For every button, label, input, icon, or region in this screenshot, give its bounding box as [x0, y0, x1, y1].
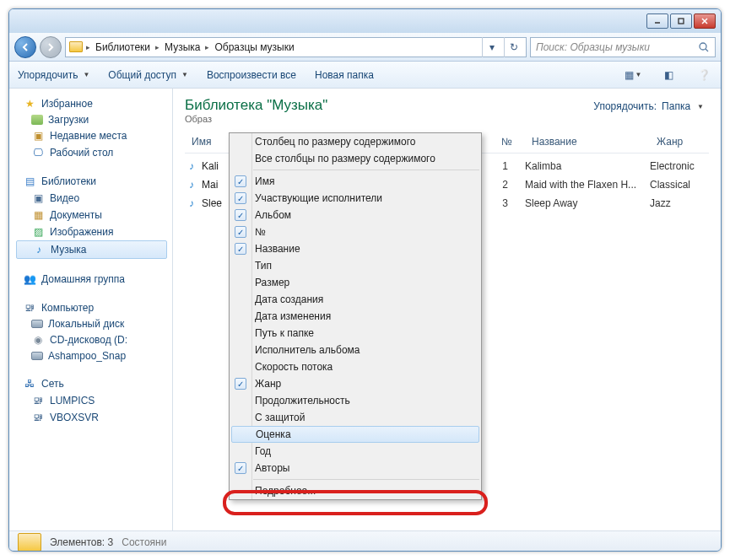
ctx-item-label: Скорость потока — [255, 361, 333, 373]
check-icon: ✓ — [235, 175, 246, 187]
status-state: Состояни — [122, 536, 166, 548]
check-icon: ✓ — [235, 378, 246, 390]
svg-rect-1 — [679, 19, 684, 24]
organize-menu[interactable]: Упорядочить▼ — [18, 69, 89, 81]
sidebar-network[interactable]: 🖧Сеть — [16, 375, 172, 392]
ctx-column-3[interactable]: ✓№ — [230, 223, 481, 240]
sidebar-ashampoo[interactable]: Ashampoo_Snap — [16, 348, 172, 363]
cd-icon: ◉ — [31, 333, 45, 347]
col-title[interactable]: Название — [525, 134, 650, 149]
ctx-column-12[interactable]: ✓Жанр — [230, 375, 481, 392]
sidebar-net-lumpics[interactable]: 🖳LUMPICS — [16, 392, 172, 409]
svg-line-5 — [706, 49, 708, 51]
ctx-column-4[interactable]: ✓Название — [230, 240, 481, 257]
sidebar-favorites[interactable]: ★Избранное — [16, 95, 172, 112]
sort-label: Упорядочить: — [593, 100, 657, 112]
ctx-column-15[interactable]: Оценка — [231, 426, 479, 443]
breadcrumb-music[interactable]: Музыка — [163, 41, 202, 53]
check-icon: ✓ — [235, 209, 246, 221]
share-menu[interactable]: Общий доступ▼ — [108, 69, 188, 81]
view-button[interactable]: ▦▼ — [625, 67, 641, 83]
ctx-item-label: Продолжительность — [255, 395, 350, 407]
track-genre: Classical — [650, 179, 709, 191]
music-icon: ♪ — [32, 243, 46, 256]
ctx-column-2[interactable]: ✓Альбом — [230, 207, 481, 223]
folder-icon — [69, 41, 83, 52]
chevron-icon: ▸ — [155, 43, 160, 51]
sidebar-pictures[interactable]: ▨Изображения — [16, 223, 172, 240]
sidebar: ★Избранное Загрузки ▣Недавние места 🖵Раб… — [9, 89, 173, 530]
ctx-column-0[interactable]: ✓Имя — [230, 173, 481, 190]
sidebar-documents[interactable]: ▦Документы — [16, 207, 172, 223]
ctx-column-10[interactable]: Исполнитель альбома — [230, 342, 481, 358]
ctx-item-label: Год — [255, 445, 271, 457]
sort-value[interactable]: Папка — [662, 100, 690, 112]
sidebar-recent[interactable]: ▣Недавние места — [16, 127, 172, 144]
ctx-column-7[interactable]: Дата создания — [230, 291, 481, 308]
sidebar-cd-drive[interactable]: ◉CD-дисковод (D: — [16, 331, 172, 348]
maximize-button[interactable] — [670, 13, 692, 29]
music-file-icon: ♪ — [185, 197, 198, 210]
video-icon: ▣ — [31, 191, 45, 205]
ctx-item-label: Дата создания — [255, 293, 323, 305]
refresh-button[interactable]: ↻ — [504, 37, 522, 57]
navbar: ▸ Библиотеки ▸ Музыка ▸ Образцы музыки ▾… — [9, 33, 721, 62]
status-bar: Элементов: 3 Состояни — [9, 530, 721, 552]
help-button[interactable]: ❔ — [695, 67, 712, 83]
drive-icon — [31, 320, 43, 328]
back-button[interactable] — [14, 36, 36, 58]
ctx-size-column[interactable]: Столбец по размеру содержимого — [230, 133, 481, 150]
computer-icon: 🖳 — [31, 411, 45, 424]
col-number[interactable]: № — [495, 134, 525, 149]
ctx-item-label: Оценка — [256, 428, 291, 440]
new-folder-button[interactable]: Новая папка — [315, 69, 374, 81]
breadcrumb-libraries[interactable]: Библиотеки — [94, 41, 152, 53]
minimize-button[interactable] — [646, 13, 668, 29]
sidebar-net-vboxsvr[interactable]: 🖳VBOXSVR — [16, 409, 172, 426]
ctx-item-label: № — [255, 226, 266, 238]
ctx-column-9[interactable]: Путь к папке — [230, 325, 481, 342]
sidebar-homegroup[interactable]: 👥Домашняя группа — [16, 271, 172, 288]
dropdown-button[interactable]: ▾ — [482, 37, 500, 57]
preview-pane-button[interactable]: ◧ — [660, 67, 677, 83]
sidebar-downloads[interactable]: Загрузки — [16, 112, 172, 127]
ctx-column-16[interactable]: Год — [230, 443, 481, 460]
check-icon: ✓ — [235, 226, 246, 238]
track-number: 1 — [495, 160, 525, 172]
ctx-column-17[interactable]: ✓Авторы — [230, 460, 481, 477]
track-number: 2 — [495, 179, 525, 191]
sidebar-music[interactable]: ♪Музыка — [16, 240, 167, 259]
ctx-column-8[interactable]: Дата изменения — [230, 308, 481, 325]
sidebar-libraries[interactable]: ▤Библиотеки — [16, 173, 172, 190]
ctx-column-11[interactable]: Скорость потока — [230, 358, 481, 375]
svg-point-4 — [700, 43, 706, 50]
ctx-size-all[interactable]: Все столбцы по размеру содержимого — [230, 150, 481, 167]
address-bar[interactable]: ▸ Библиотеки ▸ Музыка ▸ Образцы музыки ▾… — [65, 37, 527, 57]
sidebar-desktop[interactable]: 🖵Рабочий стол — [16, 144, 172, 161]
column-context-menu: Столбец по размеру содержимого Все столб… — [229, 132, 482, 500]
ctx-column-5[interactable]: Тип — [230, 257, 481, 274]
search-input[interactable]: Поиск: Образцы музыки — [530, 37, 716, 57]
ctx-column-1[interactable]: ✓Участвующие исполнители — [230, 190, 481, 207]
explorer-window: ▸ Библиотеки ▸ Музыка ▸ Образцы музыки ▾… — [8, 8, 722, 552]
search-icon — [698, 41, 710, 53]
forward-button[interactable] — [40, 36, 62, 58]
ctx-column-6[interactable]: Размер — [230, 274, 481, 291]
col-genre[interactable]: Жанр — [650, 134, 709, 149]
document-icon: ▦ — [31, 208, 45, 222]
ctx-item-label: С защитой — [255, 412, 306, 423]
chevron-icon: ▸ — [205, 43, 209, 51]
sort-control[interactable]: Упорядочить: Папка ▼ — [593, 100, 704, 112]
sidebar-local-disk[interactable]: Локальный диск — [16, 316, 172, 331]
ctx-column-13[interactable]: Продолжительность — [230, 392, 481, 409]
ctx-column-14[interactable]: С защитой — [230, 409, 481, 426]
recent-icon: ▣ — [31, 129, 45, 143]
breadcrumb-samples[interactable]: Образцы музыки — [213, 41, 295, 53]
desktop-icon: 🖵 — [31, 146, 45, 159]
play-all-button[interactable]: Воспроизвести все — [207, 69, 296, 81]
track-title: Sleep Away — [525, 197, 650, 209]
sidebar-computer[interactable]: 🖳Компьютер — [16, 299, 172, 316]
sidebar-video[interactable]: ▣Видео — [16, 190, 172, 207]
close-button[interactable] — [694, 13, 716, 29]
ctx-more[interactable]: Подробнее... — [230, 482, 481, 499]
